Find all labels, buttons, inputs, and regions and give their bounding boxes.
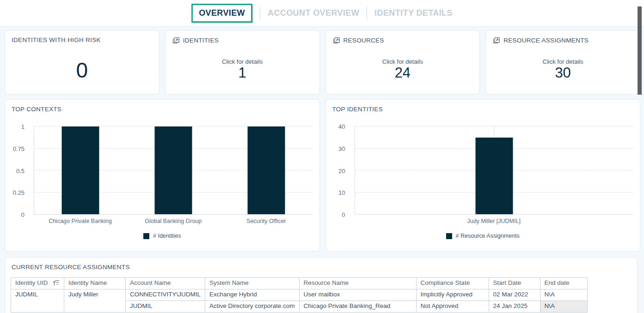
resource-assignments-count: 30 xyxy=(486,66,640,81)
legend-label: # Identities xyxy=(153,233,181,239)
tab-identity-details[interactable]: IDENTITY DETAILS xyxy=(374,8,453,18)
sort-ascending-icon[interactable] xyxy=(52,280,60,286)
cell-resource-name: User mailbox xyxy=(299,289,416,301)
cell-account-name: JUDMIL xyxy=(126,301,205,313)
chart-legend: # Identities xyxy=(5,233,319,239)
y-tick-label: 1 xyxy=(21,123,25,130)
column-header-start-date[interactable]: Start Date xyxy=(489,278,540,289)
stat-card-resources[interactable]: RESOURCES Click for details 24 xyxy=(325,30,480,95)
hover-guide-line xyxy=(494,126,495,138)
y-tick-label: 0.5 xyxy=(16,167,25,174)
tab-bar: OVERVIEW ACCOUNT OVERVIEW IDENTITY DETAI… xyxy=(0,0,644,27)
table-title: CURRENT RESOURCE ASSIGNMENTS xyxy=(12,264,130,271)
external-link-icon xyxy=(332,36,340,44)
click-for-details-hint: Click for details xyxy=(486,58,640,65)
cell-start-date: 24 Jan 2025 xyxy=(489,301,540,313)
resource-assignments-table: Identity UID Identity Name Account Name … xyxy=(11,277,588,313)
cell-identity-name: Judy Miller xyxy=(64,289,126,313)
bar-Judy Miller [JUDMIL][interactable] xyxy=(475,138,513,214)
stat-card-label: IDENTITIES xyxy=(183,37,219,44)
column-header-identity-name[interactable]: Identity Name xyxy=(64,278,126,289)
external-link-icon xyxy=(492,36,500,44)
legend-swatch xyxy=(143,233,149,239)
stat-card-resource-assignments[interactable]: RESOURCE ASSIGNMENTS Click for details 3… xyxy=(485,30,640,95)
cell-start-date: 02 Mar 2022 xyxy=(489,289,540,301)
y-axis: 00.250.50.751 xyxy=(5,126,29,215)
charts-row: TOP CONTEXTS 00.250.50.751 Chicago Priva… xyxy=(5,99,640,252)
chart-title: TOP IDENTITIES xyxy=(332,106,383,113)
x-axis-label: Chicago Private Banking xyxy=(49,218,112,224)
column-header-identity-uid[interactable]: Identity UID xyxy=(11,278,64,289)
y-tick-label: 0.25 xyxy=(13,189,25,196)
stats-row: IDENTITIES WITH HIGH RISK 0 IDENTITIES C… xyxy=(5,30,640,95)
y-tick-label: 0 xyxy=(342,211,345,218)
x-axis-label: Judy Miller [JUDMIL] xyxy=(467,218,521,224)
y-tick-label: 10 xyxy=(338,189,345,196)
x-axis: Chicago Private BankingGlobal Banking Gr… xyxy=(34,218,313,226)
external-link-icon xyxy=(172,36,180,44)
column-header-account-name[interactable]: Account Name xyxy=(126,278,205,289)
chart-plot xyxy=(355,126,634,215)
cell-system-name: Active Directory corporate.com xyxy=(205,301,300,313)
legend-label: # Resource Assignments xyxy=(456,233,520,239)
bar-Global Banking Group[interactable] xyxy=(155,126,192,214)
top-identities-chart-card: TOP IDENTITIES 010203040 Judy Miller [JU… xyxy=(325,99,641,252)
x-axis-label: Global Banking Group xyxy=(145,218,202,224)
cell-compliance-state: Not Approved xyxy=(416,301,489,313)
cell-resource-name: Chicago Private Banking_Read xyxy=(299,301,416,313)
tab-account-overview[interactable]: ACCOUNT OVERVIEW xyxy=(268,8,359,18)
cell-system-name: Exchange Hybrid xyxy=(205,289,300,301)
column-header-end-date[interactable]: End date xyxy=(540,278,587,289)
legend-swatch xyxy=(446,233,452,239)
cell-account-name: CONNECTIVITY\JUDMIL xyxy=(126,289,205,301)
stat-card-label: IDENTITIES WITH HIGH RISK xyxy=(12,36,101,43)
bar-Security Officer[interactable] xyxy=(248,126,285,214)
stat-card-label: RESOURCE ASSIGNMENTS xyxy=(503,37,589,44)
x-axis: Judy Miller [JUDMIL] xyxy=(355,218,634,226)
y-tick-label: 0 xyxy=(21,211,25,218)
click-for-details-hint: Click for details xyxy=(166,58,319,65)
tab-divider xyxy=(367,7,367,20)
y-tick-label: 40 xyxy=(338,123,345,130)
y-tick-label: 30 xyxy=(338,145,345,152)
table-row: JUDMIL Judy Miller CONNECTIVITY\JUDMIL E… xyxy=(11,289,588,301)
vertical-scrollbar-thumb[interactable] xyxy=(638,6,642,95)
column-header-resource-name[interactable]: Resource Name xyxy=(299,278,416,289)
click-for-details-hint: Click for details xyxy=(326,58,480,65)
chart-legend: # Resource Assignments xyxy=(326,233,640,239)
cell-end-date: N\A xyxy=(540,301,587,313)
column-header-system-name[interactable]: System Name xyxy=(205,278,300,289)
tab-divider xyxy=(260,7,260,20)
y-tick-label: 0.75 xyxy=(13,145,25,152)
tab-overview[interactable]: OVERVIEW xyxy=(191,4,252,23)
stat-card-identities[interactable]: IDENTITIES Click for details 1 xyxy=(165,30,320,95)
cell-end-date: N\A xyxy=(540,289,587,301)
top-contexts-chart-card: TOP CONTEXTS 00.250.50.751 Chicago Priva… xyxy=(5,99,320,252)
y-axis: 010203040 xyxy=(326,126,350,215)
chart-title: TOP CONTEXTS xyxy=(12,106,61,113)
stat-card-label: RESOURCES xyxy=(343,37,384,44)
table-header-row: Identity UID Identity Name Account Name … xyxy=(11,278,588,289)
cell-compliance-state: Implicitly Approved xyxy=(416,289,489,301)
y-tick-label: 20 xyxy=(338,167,345,174)
stat-card-identities-with-high-risk[interactable]: IDENTITIES WITH HIGH RISK 0 xyxy=(5,30,159,95)
high-risk-identities-count: 0 xyxy=(5,59,159,81)
identities-count: 1 xyxy=(166,66,319,81)
bar-Chicago Private Banking[interactable] xyxy=(62,126,99,214)
cell-identity-uid: JUDMIL xyxy=(11,289,64,313)
column-header-compliance-state[interactable]: Compliance State xyxy=(416,278,489,289)
resources-count: 24 xyxy=(326,66,480,81)
x-axis-label: Security Officer xyxy=(246,218,286,224)
chart-plot xyxy=(34,126,313,215)
current-resource-assignments-card: CURRENT RESOURCE ASSIGNMENTS Identity UI… xyxy=(5,257,638,313)
